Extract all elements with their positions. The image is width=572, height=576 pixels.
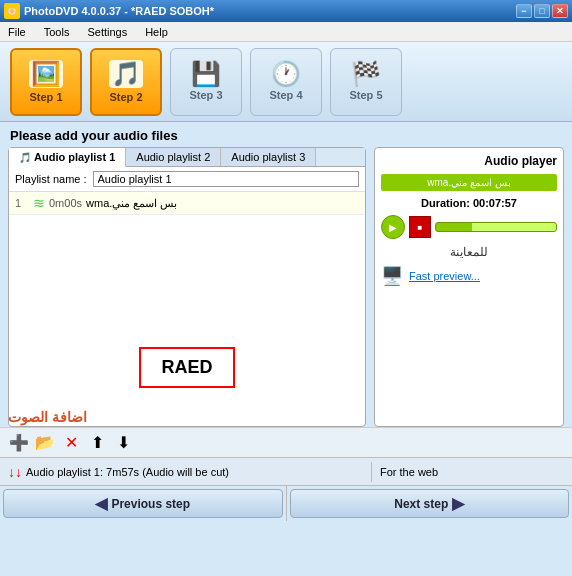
status-text: Audio playlist 1: 7m57s (Audio will be c…: [26, 466, 229, 478]
add-icon[interactable]: ➕: [8, 432, 30, 454]
waveform-icon: ≋: [33, 195, 45, 211]
item-filename: بس اسمع مني.wma: [86, 197, 177, 210]
app-icon: 📀: [4, 3, 20, 19]
step4-icon: 🕐: [271, 62, 301, 86]
item-duration: 0m00s: [49, 197, 82, 209]
player-duration: Duration: 00:07:57: [381, 197, 557, 209]
tab1-label: Audio playlist 1: [34, 151, 115, 163]
title-bar-left: 📀 PhotoDVD 4.0.0.37 - *RAED SOBOH*: [4, 3, 214, 19]
minimize-button[interactable]: −: [516, 4, 532, 18]
raed-watermark: RAED: [139, 347, 234, 388]
move-up-icon[interactable]: ⬆: [86, 432, 108, 454]
player-file-label: بس اسمع مني.wma: [381, 174, 557, 191]
item-num: 1: [15, 197, 29, 209]
main-content: 🎵 Audio playlist 1 Audio playlist 2 Audi…: [0, 147, 572, 427]
status-right: For the web: [372, 466, 572, 478]
title-bar-controls: − □ ✕: [516, 4, 568, 18]
step3-button[interactable]: 💾 Step 3: [170, 48, 242, 116]
step2-icon: 🎵: [111, 60, 141, 87]
step1-icon-wrapper: 🖼️: [29, 60, 63, 88]
status-right-text: For the web: [380, 466, 438, 478]
playlist-tabs: 🎵 Audio playlist 1 Audio playlist 2 Audi…: [9, 148, 365, 167]
menu-tools[interactable]: Tools: [40, 25, 74, 39]
step2-button[interactable]: 🎵 Step 2: [90, 48, 162, 116]
tab-playlist-1[interactable]: 🎵 Audio playlist 1: [9, 148, 126, 167]
prev-step-button[interactable]: ◀ Previous step: [3, 489, 283, 518]
next-step-button[interactable]: Next step ▶: [290, 489, 570, 518]
prev-nav-section: ◀ Previous step: [0, 486, 287, 521]
playlist-name-label: Playlist name :: [15, 173, 87, 185]
fast-preview-row: 🖥️ Fast preview...: [381, 265, 557, 287]
status-bar: ↓↓ Audio playlist 1: 7m57s (Audio will b…: [0, 457, 572, 485]
step3-label: Step 3: [189, 89, 222, 101]
step4-label: Step 4: [269, 89, 302, 101]
status-arrows-icon: ↓↓: [8, 464, 22, 480]
menu-help[interactable]: Help: [141, 25, 172, 39]
prev-step-label: Previous step: [111, 497, 190, 511]
arabic-watermark: اضافة الصوت: [8, 409, 87, 425]
fast-preview-link[interactable]: Fast preview...: [409, 270, 480, 282]
prev-arrow-icon: ◀: [95, 494, 107, 513]
tab1-icon: 🎵: [19, 152, 31, 163]
combined-bottom: ↓↓ Audio playlist 1: 7m57s (Audio will b…: [0, 457, 572, 485]
playlist-item[interactable]: 1 ≋ 0m00s بس اسمع مني.wma: [9, 192, 365, 215]
progress-bar[interactable]: [435, 222, 557, 232]
next-step-label: Next step: [394, 497, 448, 511]
step5-icon: 🏁: [351, 62, 381, 86]
playlist-panel: 🎵 Audio playlist 1 Audio playlist 2 Audi…: [8, 147, 366, 427]
step4-button[interactable]: 🕐 Step 4: [250, 48, 322, 116]
title-bar: 📀 PhotoDVD 4.0.0.37 - *RAED SOBOH* − □ ✕: [0, 0, 572, 22]
menu-settings[interactable]: Settings: [83, 25, 131, 39]
monitor-icon: 🖥️: [381, 265, 403, 287]
playlist-items: 1 ≋ 0m00s بس اسمع مني.wma: [9, 192, 365, 309]
stop-button[interactable]: ■: [409, 216, 431, 238]
tab2-label: Audio playlist 2: [136, 151, 210, 163]
menu-bar: File Tools Settings Help: [0, 22, 572, 42]
main-instruction: Please add your audio files: [0, 122, 572, 147]
step5-button[interactable]: 🏁 Step 5: [330, 48, 402, 116]
tab-playlist-3[interactable]: Audio playlist 3: [221, 148, 316, 166]
step1-icon: 🖼️: [31, 60, 61, 87]
move-down-icon[interactable]: ⬇: [112, 432, 134, 454]
player-controls: ▶ ■: [381, 215, 557, 239]
delete-icon[interactable]: ✕: [60, 432, 82, 454]
step2-icon-wrapper: 🎵: [109, 60, 143, 88]
tab3-label: Audio playlist 3: [231, 151, 305, 163]
playlist-name-row: Playlist name :: [9, 167, 365, 192]
step1-label: Step 1: [29, 91, 62, 103]
step1-button[interactable]: 🖼️ Step 1: [10, 48, 82, 116]
next-arrow-icon: ▶: [452, 494, 464, 513]
play-button[interactable]: ▶: [381, 215, 405, 239]
close-button[interactable]: ✕: [552, 4, 568, 18]
step2-label: Step 2: [109, 91, 142, 103]
step3-icon: 💾: [191, 62, 221, 86]
tab-playlist-2[interactable]: Audio playlist 2: [126, 148, 221, 166]
folder-icon[interactable]: 📂: [34, 432, 56, 454]
player-title: Audio player: [381, 154, 557, 168]
step5-label: Step 5: [349, 89, 382, 101]
maximize-button[interactable]: □: [534, 4, 550, 18]
bottom-toolbar: ➕ 📂 ✕ ⬆ ⬇: [0, 427, 572, 457]
steps-toolbar: 🖼️ Step 1 🎵 Step 2 💾 Step 3 🕐 Step 4 🏁 S…: [0, 42, 572, 122]
preview-label: للمعاينة: [381, 245, 557, 259]
window-title: PhotoDVD 4.0.0.37 - *RAED SOBOH*: [24, 5, 214, 17]
menu-file[interactable]: File: [4, 25, 30, 39]
status-main: ↓↓ Audio playlist 1: 7m57s (Audio will b…: [0, 464, 371, 480]
playlist-name-input[interactable]: [93, 171, 359, 187]
audio-player-panel: Audio player بس اسمع مني.wma Duration: 0…: [374, 147, 564, 427]
bottom-nav: ◀ Previous step Next step ▶: [0, 485, 572, 521]
next-nav-section: Next step ▶: [287, 486, 573, 521]
